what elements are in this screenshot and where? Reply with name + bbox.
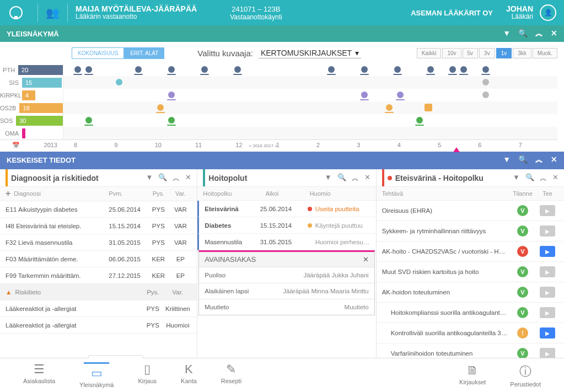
time-10v[interactable]: 10v	[442, 48, 461, 58]
diag-row[interactable]: F32 Lievä masennustila31.05.2015PYSVAR	[0, 234, 197, 251]
filter-icon[interactable]: ▼	[513, 173, 520, 183]
risk-row[interactable]: Lääkereaktiot ja -allergiatPYSKriittinen	[0, 300, 197, 317]
timeline-marker[interactable]	[453, 147, 460, 152]
diag-row[interactable]: E11 Aikuistyypin diabetes25.06.2014PYSVA…	[0, 201, 197, 218]
nav-perustiedot[interactable]: ⓘPerustiedot	[510, 363, 541, 388]
diag-row[interactable]: F03 Määrittämätön deme.06.06.2015KEREP	[0, 251, 197, 267]
collapse-icon[interactable]: ︽	[352, 173, 359, 183]
nav-kanta[interactable]: KKanta	[181, 362, 197, 388]
timeline-event[interactable]	[361, 92, 368, 98]
nav-asiakaslista[interactable]: ☰Asiakaslista	[23, 362, 55, 388]
search-icon[interactable]: 🔍	[525, 173, 534, 183]
tl-bar-SOS[interactable]: 30	[16, 116, 63, 126]
timeline-event[interactable]	[425, 104, 432, 111]
timeline-event[interactable]	[361, 66, 368, 73]
play-button[interactable]: ▶	[540, 307, 555, 318]
search-icon[interactable]: 🔍	[518, 155, 528, 165]
play-button[interactable]: ▶	[540, 327, 555, 339]
time-5v[interactable]: 5v	[463, 48, 479, 58]
timeline-event[interactable]	[85, 117, 92, 123]
time-Kaikki[interactable]: Kaikki	[417, 48, 442, 58]
task-row[interactable]: Muut SVD riskien kartoitus ja hoitoV▶	[377, 262, 564, 282]
close-icon[interactable]: ✕	[552, 173, 558, 183]
filter-icon[interactable]: ▼	[503, 29, 511, 39]
toggle-kokonaisuus[interactable]: KOKONAISUUS	[72, 47, 124, 59]
timeline-event[interactable]	[416, 117, 423, 123]
path-row[interactable]: Masennustila31.05.2015Huomioi perhesuhte…	[197, 234, 375, 250]
tl-bar-OS2B[interactable]: 18	[19, 103, 63, 113]
tl-code: SIS	[0, 79, 22, 86]
nav-kirjaukset[interactable]: 🗎Kirjaukset	[459, 363, 486, 388]
play-button[interactable]: ▶	[540, 246, 555, 257]
play-button[interactable]: ▶	[540, 348, 555, 359]
collapse-icon[interactable]: ︽	[535, 155, 543, 165]
timeline-event[interactable]	[328, 66, 335, 73]
toggle-erit-alat[interactable]: ERIT. ALAT	[124, 47, 164, 59]
close-icon[interactable]: ✕	[185, 173, 191, 183]
task-row[interactable]: Kontrolliväli suorilla antikoagulanteill…	[377, 323, 564, 343]
add-icon[interactable]: ✚	[6, 190, 10, 197]
timeline-event[interactable]	[168, 66, 175, 73]
close-icon[interactable]: ✕	[551, 155, 557, 165]
timeline-event[interactable]	[482, 92, 489, 98]
play-button[interactable]: ▶	[540, 287, 555, 298]
timeline-event[interactable]	[397, 92, 404, 98]
tl-bar-OMA[interactable]: 0	[22, 128, 25, 138]
timeline-event[interactable]	[74, 66, 81, 73]
play-button[interactable]: ▶	[540, 266, 555, 277]
search-icon[interactable]: 🔍	[158, 173, 167, 183]
play-button[interactable]: ▶	[540, 205, 555, 216]
timeline-event[interactable]	[116, 79, 122, 85]
app-logo[interactable]	[8, 4, 24, 21]
filter-icon[interactable]: ▼	[503, 155, 511, 165]
nav-yleisnäkymä[interactable]: ▭Yleisnäkymä	[79, 362, 114, 388]
user-avatar[interactable]: 👤	[540, 4, 556, 21]
task-row[interactable]: Oireisuus (EHRA)V▶	[377, 201, 564, 221]
timeline-event[interactable]	[168, 92, 175, 98]
task-row[interactable]: Hoitokomplianssi suorilla antikoagulante…	[377, 303, 564, 323]
timeline-event[interactable]	[449, 66, 456, 73]
tl-bar-SIS[interactable]: 15	[22, 78, 62, 88]
close-icon[interactable]: ✕	[551, 29, 557, 39]
timeline-event[interactable]	[482, 66, 489, 73]
collapse-icon[interactable]: ︽	[535, 29, 543, 39]
timeline-event[interactable]	[234, 66, 241, 73]
nav-resepti[interactable]: ✎Resepti	[221, 362, 241, 388]
timeline-event[interactable]	[157, 104, 164, 111]
time-Muok.[interactable]: Muok.	[533, 48, 557, 58]
task-row[interactable]: AK-hoito - CHA2DS2VASc / vuotoriski - HA…	[377, 241, 564, 262]
close-icon[interactable]: ✕	[364, 173, 370, 183]
diag-row[interactable]: I48 Eteisvärinä tai eteislep.15.15.2014P…	[0, 218, 197, 234]
search-icon[interactable]: 🔍	[337, 173, 346, 183]
nav-kirjaus[interactable]: ▯Kirjaus	[138, 362, 157, 388]
chart-selector[interactable]: KERTOMUSKIRJAUKSET ▾	[259, 48, 361, 58]
filter-icon[interactable]: ▼	[146, 173, 153, 183]
timeline-event[interactable]	[85, 66, 92, 73]
timeline-event[interactable]	[135, 66, 142, 73]
task-row[interactable]: AK-hoidon toteutuminenV▶	[377, 282, 564, 303]
task-row[interactable]: Sykkeen- ja rytminhallinnan riittävyysV▶	[377, 221, 564, 241]
collapse-icon[interactable]: ︽	[540, 173, 547, 183]
time-3kk[interactable]: 3kk	[513, 48, 531, 58]
path-row[interactable]: Eteisvärinä25.06.2014Useita puutteita	[197, 201, 375, 217]
timeline-event[interactable]	[386, 104, 393, 111]
patients-icon[interactable]: 👥	[46, 6, 60, 19]
timeline-event[interactable]	[482, 79, 489, 85]
search-icon[interactable]: 🔍	[518, 29, 528, 39]
tl-bar-KIRPKL[interactable]: 4	[22, 90, 35, 100]
tl-bar-PTH[interactable]: 20	[18, 65, 63, 75]
timeline-event[interactable]	[201, 66, 208, 73]
diag-row[interactable]: F99 Tarkemmin määrittäm.27.12.2015KEREP	[0, 267, 197, 284]
filter-icon[interactable]: ▼	[325, 173, 332, 183]
time-3v[interactable]: 3v	[479, 48, 495, 58]
play-button[interactable]: ▶	[540, 225, 555, 237]
path-row[interactable]: Diabetes15.15.2014Käyntejä puuttuu	[197, 217, 375, 234]
close-icon[interactable]: ✕	[363, 255, 369, 264]
timeline-event[interactable]	[394, 66, 401, 73]
time-1v[interactable]: 1v	[496, 48, 512, 58]
timeline-event[interactable]	[427, 66, 434, 73]
timeline-event[interactable]	[168, 117, 175, 123]
timeline-event[interactable]	[460, 66, 467, 73]
collapse-icon[interactable]: ︽	[173, 173, 180, 183]
risk-row[interactable]: Lääkereaktiot ja -allergiatPYSHuomioi	[0, 317, 197, 334]
